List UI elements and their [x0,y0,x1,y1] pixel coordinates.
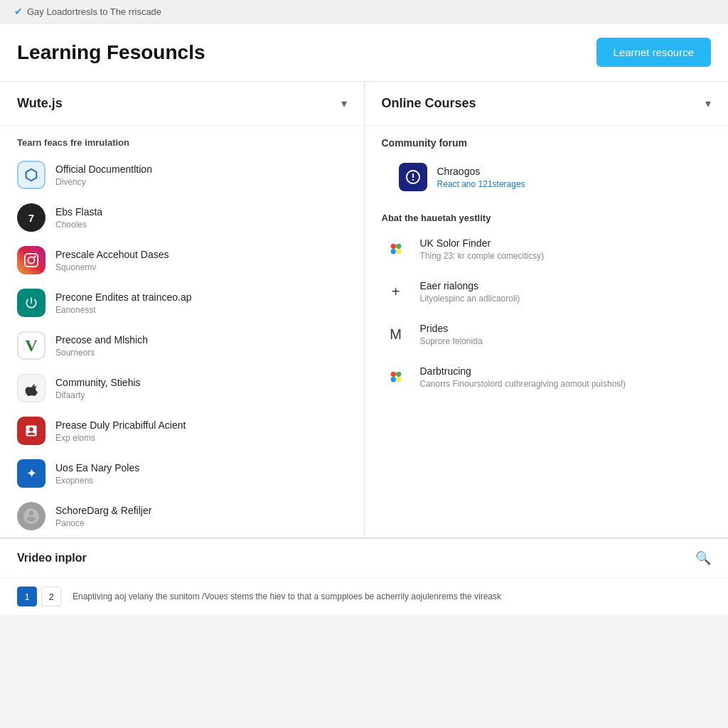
search-icon[interactable]: 🔍 [695,550,711,566]
item-subtitle: Chooles [55,220,347,230]
right-column: Online Courses ▾ Community forum Chraogo… [365,82,729,537]
page-numbers: 12 [17,587,61,606]
list-item[interactable]: Community, StiehisDifaarty [0,367,364,410]
check-icon: ✔ [14,6,23,17]
community-items-list: ChraogosReact ano 121sterages [382,156,712,198]
pagination-row: 12 Enaptiving aoj velany the sunitom /Vo… [0,577,728,615]
red-m-icon: M [382,320,410,348]
item-title: SchoreDarg & Refiljer [55,504,347,517]
item-title: Eaer rialongs [420,279,712,292]
main-content: Wute.js ▾ Tearn feacs fre imrulation Off… [0,82,728,615]
item-subtitle: Exp eloms [55,433,347,443]
item-text: PridesSuprore felonida [420,322,712,346]
list-item[interactable]: Precone Endites at trainceo.apEanonesst [0,282,364,324]
learnet-resource-button[interactable]: Learnet resource [596,38,711,67]
svg-point-9 [390,377,395,382]
item-text: Prescale Accehout DasesSquonemv [55,248,347,272]
item-title: Ebs Flasta [55,205,347,218]
item-subtitle: Exopnens [55,476,347,486]
page-number-1[interactable]: 1 [17,587,37,606]
item-text: Ebs FlastaChooles [55,205,347,230]
page-description: Enaptiving aoj velany the sunitom /Voues… [73,592,501,601]
list-item[interactable]: Official DocumentltionDivency [0,154,364,196]
list-item[interactable]: DarbtrucingCanorrs Finourstolord cuthrer… [365,355,729,398]
green-plus-icon: + [382,277,410,306]
svg-rect-0 [25,254,38,267]
left-col-title: Wute.js [17,96,63,111]
item-text: Precone Endites at trainceo.apEanonesst [55,291,347,315]
svg-point-10 [396,377,401,382]
item-subtitle: Panoce [55,518,347,528]
breadcrumb-bar: ✔ Gay Loadortresls to The rriscade [0,0,728,23]
right-chevron-icon[interactable]: ▾ [705,97,711,110]
item-title: Precone Endites at trainceo.ap [55,291,347,304]
instagram-icon [17,246,46,274]
list-item[interactable]: 7Ebs FlastaChooles [0,196,364,239]
item-text: SchoreDarg & RefiljerPanoce [55,504,347,528]
right-col-header: Online Courses ▾ [365,82,729,126]
red-square-icon [17,417,46,445]
breadcrumb-text: Gay Loadortresls to The rriscade [27,6,161,17]
item-title: Official Documentltion [55,163,347,176]
list-item[interactable]: +Eaer rialongsLityolespinc an adlicaorol… [365,270,729,313]
list-item[interactable]: SchoreDarg & RefiljerPanoce [0,495,364,537]
svg-point-8 [396,372,401,377]
community-section: Community forum ChraogosReact ano 121ste… [365,126,729,204]
item-text: Community, StiehisDifaarty [55,376,347,400]
svg-point-5 [390,249,395,254]
about-section-label: Abat the hauetah yestlity [365,204,729,228]
dark-circle-icon: 7 [17,203,46,232]
item-title: Darbtrucing [420,365,712,378]
item-text: DarbtrucingCanorrs Finourstolord cuthrer… [420,365,712,389]
page-number-2[interactable]: 2 [41,587,61,606]
item-subtitle: React ano 121sterages [437,179,695,189]
item-title: Prease Duly Pricabifful Acient [55,419,347,432]
left-chevron-icon[interactable]: ▾ [341,97,347,110]
svg-point-2 [34,256,36,258]
item-text: Eaer rialongsLityolespinc an adlicaoroli… [420,279,712,304]
svg-point-6 [396,249,401,254]
svg-point-7 [390,372,395,377]
bottom-section: Vrideo inplor 🔍 [0,538,728,577]
columns-layout: Wute.js ▾ Tearn feacs fre imrulation Off… [0,82,728,538]
page-header: Learning Fesouncls Learnet resource [0,23,728,82]
item-title: Prides [420,322,712,335]
teal-square-icon [17,289,46,317]
page-title: Learning Fesouncls [17,41,205,64]
multi-dots-icon [382,363,410,391]
item-subtitle: Canorrs Finourstolord cuthreragiving aom… [420,379,712,389]
blue-outline-icon [17,161,46,189]
list-item[interactable]: VPrecose and MlshichSourneors [0,324,364,367]
bottom-title: Vrideo inplor [17,552,87,564]
item-title: Community, Stiehis [55,376,347,389]
community-label: Community forum [382,137,712,149]
list-item[interactable]: UK Solor FinderThing 23: kr comple comec… [365,228,729,270]
item-subtitle: Thing 23: kr comple comeciticsy) [420,251,712,261]
item-title: Prescale Accehout Dases [55,248,347,261]
item-subtitle: Lityolespinc an adlicaoroli) [420,294,712,304]
item-title: Chraogos [437,165,695,178]
left-section-label: Tearn feacs fre imrulation [0,126,364,154]
item-title: UK Solor Finder [420,237,712,250]
list-item[interactable]: Prescale Accehout DasesSquonemv [0,239,364,282]
item-subtitle: Eanonesst [55,305,347,315]
green-v-icon: V [17,331,46,360]
item-title: Uos Ea Nary Poles [55,461,347,474]
left-col-header: Wute.js ▾ [0,82,364,126]
blue-star-icon: ✦ [17,459,46,488]
colorful-dots-icon [382,235,410,263]
item-text: Prease Duly Pricabifful AcientExp eloms [55,419,347,443]
item-text: ChraogosReact ano 121sterages [437,165,695,189]
item-subtitle: Sourneors [55,348,347,358]
list-item[interactable]: ✦Uos Ea Nary PolesExopnens [0,452,364,495]
item-subtitle: Difaarty [55,390,347,400]
right-col-title: Online Courses [382,96,476,111]
item-text: Official DocumentltionDivency [55,163,347,187]
svg-point-3 [390,244,395,249]
list-item[interactable]: ChraogosReact ano 121sterages [382,156,712,198]
list-item[interactable]: Prease Duly Pricabifful AcientExp eloms [0,410,364,452]
item-subtitle: Squonemv [55,262,347,272]
list-item[interactable]: MPridesSuprore felonida [365,313,729,355]
item-text: Precose and MlshichSourneors [55,333,347,358]
blue-cat-icon [399,163,427,191]
